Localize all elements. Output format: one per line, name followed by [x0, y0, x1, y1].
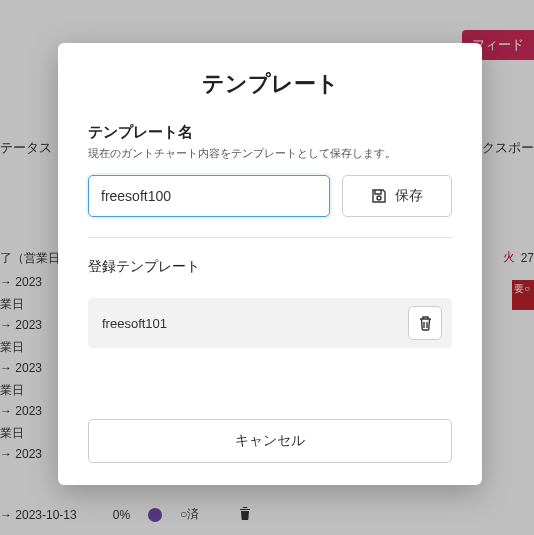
template-list-item[interactable]: freesoft101 — [88, 298, 452, 348]
template-modal: テンプレート テンプレート名 現在のガントチャート内容をテンプレートとして保存し… — [58, 43, 482, 485]
template-list-label: 登録テンプレート — [88, 258, 452, 276]
template-name-row: 保存 — [88, 175, 452, 217]
svg-point-0 — [377, 196, 381, 200]
save-button[interactable]: 保存 — [342, 175, 452, 217]
save-button-label: 保存 — [395, 187, 423, 205]
cancel-button-label: キャンセル — [235, 432, 305, 450]
delete-button[interactable] — [408, 306, 442, 340]
template-name-hint: 現在のガントチャート内容をテンプレートとして保存します。 — [88, 146, 452, 161]
template-name-input[interactable] — [88, 175, 330, 217]
cancel-button[interactable]: キャンセル — [88, 419, 452, 463]
save-icon — [371, 188, 387, 204]
trash-icon — [418, 315, 433, 331]
template-item-name: freesoft101 — [102, 316, 167, 331]
template-name-label: テンプレート名 — [88, 123, 452, 142]
modal-title: テンプレート — [88, 69, 452, 99]
divider — [88, 237, 452, 238]
